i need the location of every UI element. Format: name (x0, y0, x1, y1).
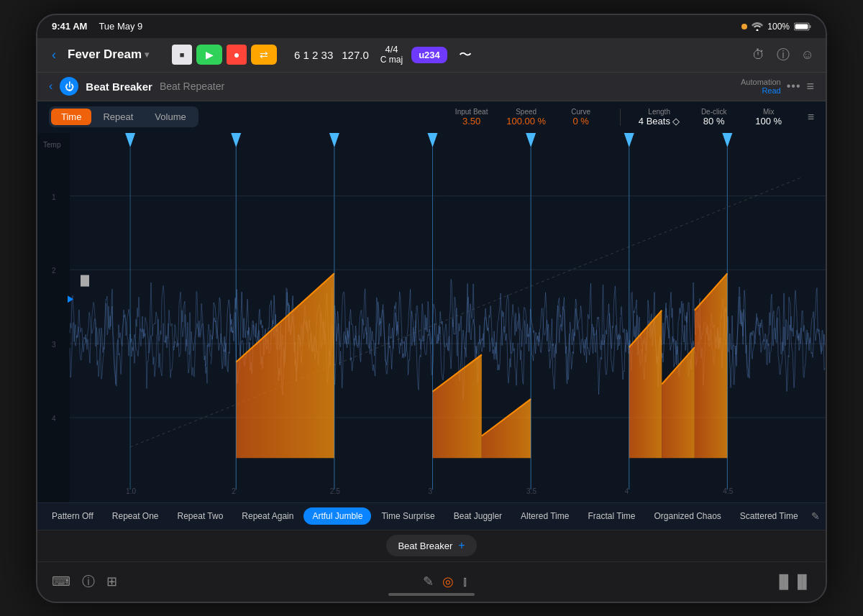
knob-icon[interactable]: ◎ (442, 574, 454, 589)
automation-group: Automation Read (741, 78, 781, 95)
status-time: 9:41 AM (52, 21, 87, 32)
track-chip: Beat Breaker + (386, 535, 476, 556)
preset-repeat-two[interactable]: Repeat Two (169, 507, 232, 525)
preset-edit-icon[interactable]: ✎ (808, 507, 823, 525)
cycle-icon: ⇄ (260, 49, 268, 60)
time-sig-group: 4/4 C maj (380, 45, 403, 64)
stop-icon: ■ (180, 50, 185, 59)
wifi-icon (752, 22, 763, 31)
param-curve-value[interactable]: 0 % (572, 116, 588, 127)
plugin-subname: Beat Repeater (160, 81, 224, 92)
track-lane: Beat Breaker + (37, 530, 826, 561)
preset-repeat-one[interactable]: Repeat One (104, 507, 168, 525)
preset-pattern-off[interactable]: Pattern Off (43, 507, 102, 525)
status-bar: 9:41 AM Tue May 9 100% (37, 15, 826, 38)
power-icon: ⏻ (65, 81, 74, 92)
battery-icon (794, 22, 811, 31)
preset-scattered-time[interactable]: Scattered Time (731, 507, 807, 525)
tab-time[interactable]: Time (51, 109, 91, 125)
param-curve: Curve 0 % (560, 108, 603, 127)
plugin-bar-right: Automation Read ••• ≡ (741, 78, 814, 95)
preset-fractal-time[interactable]: Fractal Time (579, 507, 644, 525)
record-button[interactable]: ● (227, 45, 247, 65)
play-icon: ▶ (206, 49, 214, 60)
tab-volume[interactable]: Volume (145, 109, 196, 125)
wave-button[interactable]: 〜 (459, 46, 472, 63)
bottom-info-icon[interactable]: ⓘ (82, 573, 95, 590)
preset-repeat-again[interactable]: Repeat Again (233, 507, 302, 525)
automation-mode[interactable]: Read (762, 86, 780, 95)
param-declick-label: De-click (701, 108, 727, 116)
bottom-right: ▐▌▐▌ (775, 574, 811, 589)
param-input-beat-label: Input Beat (455, 108, 488, 116)
tab-repeat[interactable]: Repeat (93, 109, 143, 125)
chord-button[interactable]: u234 (411, 47, 447, 63)
sliders-icon[interactable]: ≡ (808, 111, 814, 124)
bottom-center: ✎ ◎ ⫿ (117, 574, 775, 589)
project-chevron-icon[interactable]: ▾ (145, 50, 149, 60)
info-icon[interactable]: ⓘ (777, 46, 790, 63)
param-declick: De-click 80 % (693, 108, 736, 127)
svg-rect-2 (810, 25, 811, 28)
bottom-left: ⌨ ⓘ ⊞ (52, 573, 117, 590)
status-dot (741, 24, 747, 29)
status-date: Tue May 9 (99, 21, 142, 32)
tab-group: Time Repeat Volume (49, 106, 198, 127)
param-mix-label: Mix (763, 108, 775, 116)
piano-icon[interactable]: ▐▌▐▌ (775, 574, 811, 589)
svg-rect-3 (795, 24, 808, 29)
param-speed: Speed 100.00 % (505, 108, 548, 127)
waveform-area (37, 133, 826, 502)
controls-row: Time Repeat Volume Input Beat 3.50 Speed… (37, 101, 826, 133)
key-display: C maj (380, 55, 403, 65)
automation-label: Automation (741, 78, 781, 86)
divider (620, 109, 621, 126)
project-name-group: Fever Dream ▾ (68, 47, 149, 62)
preset-altered-time[interactable]: Altered Time (512, 507, 577, 525)
param-length-label: Length (648, 108, 670, 116)
record-icon: ● (234, 49, 239, 60)
param-declick-value[interactable]: 80 % (703, 116, 725, 127)
back-button[interactable]: ‹ (49, 45, 59, 65)
waveform-canvas[interactable] (37, 133, 826, 502)
ipad-frame: 9:41 AM Tue May 9 100% ‹ (36, 14, 827, 603)
smiley-icon[interactable]: ☺ (801, 47, 814, 63)
preset-beat-juggler[interactable]: Beat Juggler (445, 507, 511, 525)
plugin-bar: ‹ ⏻ Beat Breaker Beat Repeater Automatio… (37, 73, 826, 101)
plugin-area: Time Repeat Volume Input Beat 3.50 Speed… (37, 101, 826, 530)
param-mix-value[interactable]: 100 % (755, 116, 782, 127)
battery-label: 100% (767, 22, 790, 32)
dots-icon[interactable]: ••• (787, 80, 801, 93)
param-speed-value[interactable]: 100.00 % (506, 116, 546, 127)
svg-point-0 (757, 29, 759, 31)
pencil-icon[interactable]: ✎ (423, 574, 434, 589)
plugin-back-button[interactable]: ‹ (49, 80, 52, 93)
preset-time-surprise[interactable]: Time Surprise (373, 507, 443, 525)
transport-bar: ‹ Fever Dream ▾ ■ ▶ ● ⇄ 6 1 2 33 (37, 38, 826, 73)
param-mix: Mix 100 % (747, 108, 790, 127)
project-title: Fever Dream (68, 47, 142, 62)
lines-icon[interactable]: ≡ (806, 79, 814, 94)
ipad-screen: 9:41 AM Tue May 9 100% ‹ (37, 15, 826, 602)
layout-icon[interactable]: ⊞ (106, 574, 117, 589)
bottom-sliders-icon[interactable]: ⫿ (462, 574, 469, 589)
cycle-button[interactable]: ⇄ (251, 45, 277, 65)
keyboard-icon[interactable]: ⌨ (52, 574, 70, 589)
transport-controls: ■ ▶ ● ⇄ (172, 45, 277, 65)
stop-button[interactable]: ■ (172, 45, 192, 65)
track-chip-label: Beat Breaker (398, 541, 452, 551)
preset-artful-jumble[interactable]: Artful Jumble (303, 507, 371, 525)
track-add-button[interactable]: + (458, 539, 465, 552)
preset-bar: Pattern Off Repeat One Repeat Two Repeat… (37, 502, 826, 530)
param-input-beat-value[interactable]: 3.50 (462, 116, 480, 127)
plugin-power-button[interactable]: ⏻ (60, 77, 78, 96)
play-button[interactable]: ▶ (196, 45, 222, 65)
param-speed-label: Speed (516, 108, 536, 116)
preset-organized-chaos[interactable]: Organized Chaos (645, 507, 729, 525)
tempo-display: 127.0 (342, 49, 369, 61)
param-length-value[interactable]: 4 Beats ◇ (639, 116, 680, 127)
clock-icon[interactable]: ⏱ (752, 47, 765, 63)
param-input-beat: Input Beat 3.50 (450, 108, 493, 127)
position-display: 6 1 2 33 (294, 49, 333, 61)
status-icons: 100% (741, 22, 811, 32)
